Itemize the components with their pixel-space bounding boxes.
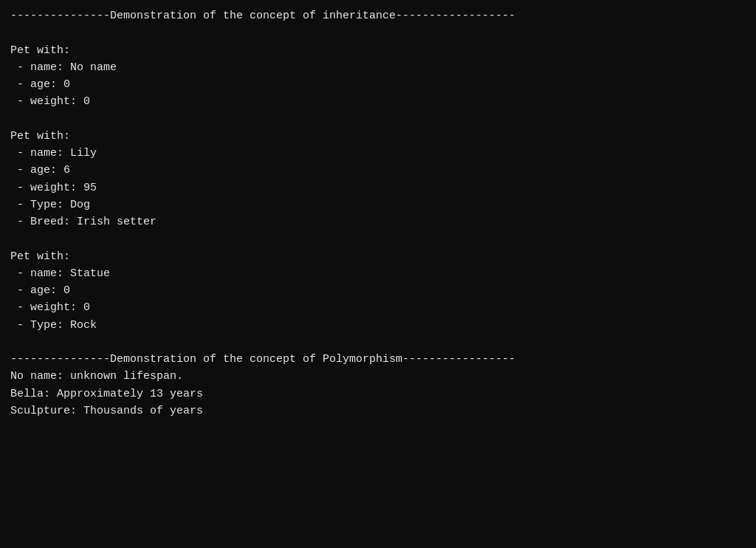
terminal-line: - name: Lily	[10, 145, 746, 162]
terminal-line: Sculpture: Thousands of years	[10, 403, 746, 419]
terminal-line: - weight: 0	[10, 93, 746, 110]
terminal-line: - name: No name	[10, 59, 746, 76]
terminal-line: - weight: 95	[10, 179, 746, 196]
terminal-line: Bella: Approximately 13 years	[10, 386, 746, 403]
terminal-line: - Type: Dog	[10, 196, 746, 213]
terminal-line: - Breed: Irish setter	[10, 213, 746, 230]
terminal-line: - age: 0	[10, 76, 746, 93]
terminal-line: - weight: 0	[10, 299, 746, 316]
blank-line	[10, 230, 746, 247]
blank-line	[10, 111, 746, 128]
blank-line	[10, 334, 746, 351]
terminal-line: - age: 6	[10, 162, 746, 179]
terminal-line: Pet with:	[10, 248, 746, 265]
terminal-line: Pet with:	[10, 42, 746, 59]
terminal-line: ---------------Demonstration of the conc…	[10, 351, 746, 368]
terminal-line: Pet with:	[10, 128, 746, 145]
terminal-output: ---------------Demonstration of the conc…	[0, 0, 756, 548]
terminal-line: - name: Statue	[10, 265, 746, 282]
terminal-line: - age: 0	[10, 282, 746, 299]
terminal-line: No name: unknown lifespan.	[10, 368, 746, 385]
terminal-line: ---------------Demonstration of the conc…	[10, 7, 746, 24]
blank-line	[10, 24, 746, 41]
terminal-line: - Type: Rock	[10, 317, 746, 334]
